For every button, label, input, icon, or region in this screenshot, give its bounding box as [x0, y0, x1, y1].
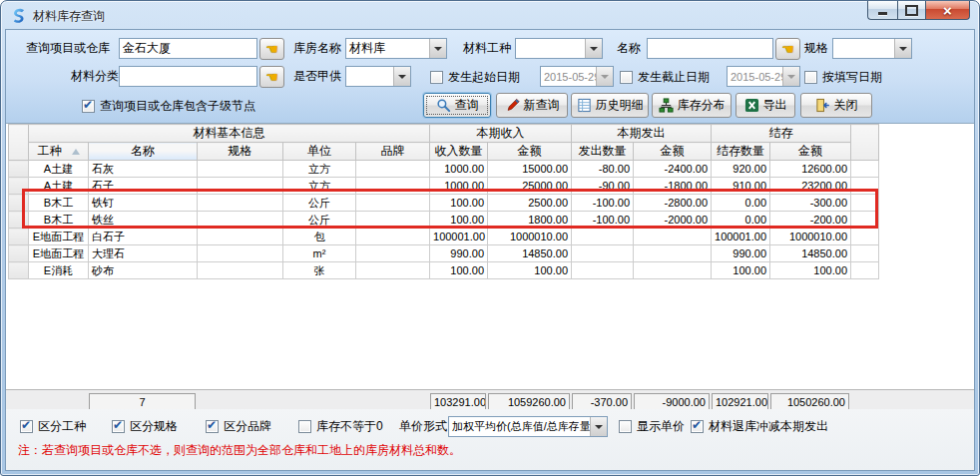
- table-cell[interactable]: [356, 161, 430, 178]
- table-cell[interactable]: 14850.00: [488, 245, 572, 262]
- table-cell[interactable]: 铁钉: [89, 195, 198, 212]
- table-cell[interactable]: [198, 262, 283, 279]
- maximize-button[interactable]: [897, 1, 925, 20]
- row-indicator[interactable]: [9, 229, 29, 245]
- table-cell[interactable]: 100.00: [770, 262, 851, 279]
- distinguish-brand-checkbox[interactable]: 区分品牌: [206, 418, 271, 434]
- dropdown-arrow-icon[interactable]: [590, 417, 607, 436]
- include-children-checkbox[interactable]: 查询项目或仓库包含子级节点: [82, 98, 255, 114]
- table-cell[interactable]: [572, 262, 634, 279]
- table-cell[interactable]: -100.00: [572, 212, 634, 229]
- table-cell[interactable]: 张: [283, 262, 356, 279]
- table-cell[interactable]: [356, 229, 430, 245]
- table-cell[interactable]: 990.00: [430, 245, 488, 262]
- group-header-income[interactable]: 本期收入: [430, 125, 572, 143]
- table-cell[interactable]: 12600.00: [770, 161, 851, 178]
- table-cell[interactable]: [198, 212, 283, 229]
- col-header-worktype[interactable]: 工种: [29, 143, 89, 161]
- project-lookup-button[interactable]: ☚: [259, 38, 284, 60]
- dropdown-arrow-icon[interactable]: [782, 67, 799, 86]
- table-cell[interactable]: 铁丝: [89, 212, 198, 229]
- table-cell[interactable]: 100001.00: [712, 229, 770, 245]
- table-cell[interactable]: 25000.00: [488, 178, 572, 195]
- fill-date-checkbox[interactable]: 按填写日期: [804, 69, 882, 85]
- distinguish-worktype-checkbox[interactable]: 区分工种: [20, 418, 86, 434]
- col-header-income-amount[interactable]: 金额: [488, 143, 572, 161]
- project-input[interactable]: [119, 38, 257, 59]
- table-cell[interactable]: 1000010.00: [488, 229, 572, 245]
- table-cell[interactable]: A土建: [29, 161, 89, 178]
- table-cell[interactable]: -1800.00: [634, 178, 712, 195]
- table-cell[interactable]: 0.00: [712, 195, 770, 212]
- checkbox-box[interactable]: [620, 71, 633, 84]
- table-row[interactable]: E地面工程大理石m²990.0014850.00990.0014850.00: [9, 245, 879, 262]
- table-cell[interactable]: 920.00: [712, 161, 770, 178]
- col-header-brand[interactable]: 品牌: [356, 143, 430, 161]
- query-button[interactable]: 查询: [423, 93, 491, 118]
- table-cell[interactable]: [634, 229, 712, 245]
- checkbox-box[interactable]: [82, 100, 95, 113]
- distinguish-spec-checkbox[interactable]: 区分规格: [112, 418, 178, 434]
- table-cell[interactable]: 1000010.00: [770, 229, 851, 245]
- minimize-button[interactable]: [867, 1, 897, 20]
- close-button[interactable]: ×: [925, 1, 970, 20]
- checkbox-box[interactable]: [804, 71, 817, 84]
- spec-combo[interactable]: [832, 38, 912, 59]
- group-header-issued[interactable]: 本期发出: [572, 125, 712, 143]
- group-header-basic[interactable]: 材料基本信息: [29, 125, 430, 143]
- col-header-balance-amount[interactable]: 金额: [770, 143, 851, 161]
- table-cell[interactable]: [198, 161, 283, 178]
- show-unit-price-checkbox[interactable]: 显示单价: [619, 418, 685, 434]
- category-lookup-button[interactable]: ☚: [259, 66, 284, 88]
- row-indicator[interactable]: [9, 262, 29, 279]
- row-indicator[interactable]: [9, 195, 29, 212]
- end-date-checkbox[interactable]: 发生截止日期: [620, 69, 710, 85]
- table-cell[interactable]: [356, 212, 430, 229]
- table-cell[interactable]: m²: [283, 245, 356, 262]
- table-cell[interactable]: -2400.00: [634, 161, 712, 178]
- table-cell[interactable]: 100001.00: [430, 229, 488, 245]
- table-cell[interactable]: [572, 229, 634, 245]
- stock-nonzero-checkbox[interactable]: 库存不等于0: [298, 418, 383, 434]
- table-row[interactable]: E地面工程白石子包100001.001000010.00100001.00100…: [9, 229, 879, 245]
- table-cell[interactable]: 立方: [283, 178, 356, 195]
- table-cell[interactable]: 砂布: [89, 262, 198, 279]
- table-cell[interactable]: 100.00: [430, 212, 488, 229]
- table-cell[interactable]: [634, 245, 712, 262]
- checkbox-box[interactable]: [430, 71, 443, 84]
- table-cell[interactable]: 公斤: [283, 212, 356, 229]
- name-lookup-button[interactable]: ☚: [775, 38, 800, 60]
- table-cell[interactable]: 100.00: [430, 195, 488, 212]
- table-cell[interactable]: [356, 178, 430, 195]
- checkbox-box[interactable]: [619, 420, 632, 433]
- table-cell[interactable]: 14850.00: [770, 245, 851, 262]
- table-cell[interactable]: 910.00: [712, 178, 770, 195]
- col-header-spec[interactable]: 规格: [198, 143, 283, 161]
- col-header-unit[interactable]: 单位: [283, 143, 356, 161]
- checkbox-box[interactable]: [112, 420, 125, 433]
- table-cell[interactable]: 0.00: [712, 212, 770, 229]
- table-row[interactable]: B木工铁丝公斤100.001800.00-100.00-2000.000.00-…: [9, 212, 879, 229]
- table-cell[interactable]: 公斤: [283, 195, 356, 212]
- table-cell[interactable]: A土建: [29, 178, 89, 195]
- return-offset-checkbox[interactable]: 材料退库冲减本期发出: [691, 418, 828, 434]
- start-date-checkbox[interactable]: 发生起始日期: [430, 69, 520, 85]
- owner-supplied-combo[interactable]: [345, 66, 411, 87]
- table-cell[interactable]: -2800.00: [634, 195, 712, 212]
- start-date-picker[interactable]: 2015-05-29: [540, 66, 614, 87]
- table-cell[interactable]: E消耗: [29, 262, 89, 279]
- table-cell[interactable]: [356, 245, 430, 262]
- new-query-button[interactable]: 新查询: [496, 93, 568, 118]
- dropdown-arrow-icon[interactable]: [429, 39, 446, 58]
- export-button[interactable]: 导出: [735, 93, 795, 118]
- table-cell[interactable]: 石子: [89, 178, 198, 195]
- name-input[interactable]: [647, 38, 773, 59]
- stock-distribution-button[interactable]: 库存分布: [652, 93, 732, 118]
- table-cell[interactable]: -80.00: [572, 161, 634, 178]
- table-cell[interactable]: [198, 245, 283, 262]
- table-cell[interactable]: 白石子: [89, 229, 198, 245]
- checkbox-box[interactable]: [298, 420, 311, 433]
- table-cell[interactable]: -300.00: [770, 195, 851, 212]
- dropdown-arrow-icon[interactable]: [596, 67, 613, 86]
- row-indicator[interactable]: [9, 245, 29, 262]
